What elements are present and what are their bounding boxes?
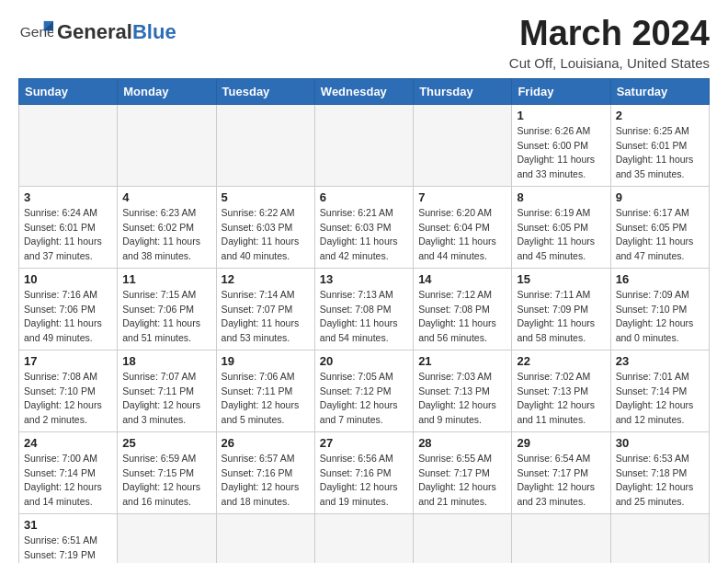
day-number: 8 (517, 190, 605, 204)
day-cell: 9Sunrise: 6:17 AM Sunset: 6:05 PM Daylig… (610, 186, 709, 268)
day-info: Sunrise: 6:51 AM Sunset: 7:19 PM Dayligh… (24, 534, 112, 563)
weekday-header-row: SundayMondayTuesdayWednesdayThursdayFrid… (19, 78, 710, 104)
day-cell (314, 104, 413, 186)
logo-icon: General (18, 15, 53, 50)
day-number: 18 (122, 354, 210, 368)
day-cell: 12Sunrise: 7:14 AM Sunset: 7:07 PM Dayli… (216, 268, 314, 350)
day-cell: 19Sunrise: 7:06 AM Sunset: 7:11 PM Dayli… (216, 350, 314, 431)
day-cell: 13Sunrise: 7:13 AM Sunset: 7:08 PM Dayli… (314, 268, 413, 350)
day-info: Sunrise: 7:03 AM Sunset: 7:13 PM Dayligh… (418, 370, 506, 428)
day-info: Sunrise: 7:16 AM Sunset: 7:06 PM Dayligh… (24, 288, 112, 346)
day-info: Sunrise: 7:09 AM Sunset: 7:10 PM Dayligh… (616, 288, 704, 346)
day-cell: 25Sunrise: 6:59 AM Sunset: 7:15 PM Dayli… (118, 431, 216, 513)
weekday-tuesday: Tuesday (216, 78, 314, 104)
day-cell: 27Sunrise: 6:56 AM Sunset: 7:16 PM Dayli… (314, 431, 413, 513)
day-cell (512, 513, 610, 563)
day-info: Sunrise: 6:20 AM Sunset: 6:04 PM Dayligh… (418, 206, 506, 264)
day-info: Sunrise: 6:26 AM Sunset: 6:00 PM Dayligh… (517, 124, 605, 182)
day-cell: 30Sunrise: 6:53 AM Sunset: 7:18 PM Dayli… (610, 431, 709, 513)
weekday-saturday: Saturday (610, 78, 709, 104)
day-number: 21 (418, 354, 506, 368)
day-info: Sunrise: 7:08 AM Sunset: 7:10 PM Dayligh… (24, 370, 112, 428)
day-info: Sunrise: 6:17 AM Sunset: 6:05 PM Dayligh… (616, 206, 704, 264)
day-cell: 10Sunrise: 7:16 AM Sunset: 7:06 PM Dayli… (19, 268, 118, 350)
day-number: 29 (517, 436, 605, 450)
logo-general: General (57, 20, 132, 43)
day-cell: 18Sunrise: 7:07 AM Sunset: 7:11 PM Dayli… (118, 350, 216, 431)
day-cell: 3Sunrise: 6:24 AM Sunset: 6:01 PM Daylig… (19, 186, 118, 268)
day-number: 23 (616, 354, 704, 368)
weekday-thursday: Thursday (414, 78, 512, 104)
day-cell (19, 104, 118, 186)
day-cell: 6Sunrise: 6:21 AM Sunset: 6:03 PM Daylig… (314, 186, 413, 268)
day-number: 31 (24, 518, 112, 532)
day-number: 5 (222, 190, 310, 204)
month-title: March 2024 (509, 15, 710, 53)
day-number: 17 (24, 354, 112, 368)
day-cell: 7Sunrise: 6:20 AM Sunset: 6:04 PM Daylig… (414, 186, 512, 268)
day-cell (118, 513, 216, 563)
day-number: 3 (24, 190, 112, 204)
day-number: 11 (122, 272, 210, 286)
day-number: 28 (418, 436, 506, 450)
logo-blue: Blue (132, 20, 176, 43)
day-cell (414, 513, 512, 563)
day-cell: 22Sunrise: 7:02 AM Sunset: 7:13 PM Dayli… (512, 350, 610, 431)
day-info: Sunrise: 7:15 AM Sunset: 7:06 PM Dayligh… (122, 288, 210, 346)
weekday-sunday: Sunday (19, 78, 118, 104)
day-info: Sunrise: 7:13 AM Sunset: 7:08 PM Dayligh… (320, 288, 408, 346)
day-cell (314, 513, 413, 563)
day-cell: 2Sunrise: 6:25 AM Sunset: 6:01 PM Daylig… (610, 104, 709, 186)
day-number: 24 (24, 436, 112, 450)
week-row-0: 1Sunrise: 6:26 AM Sunset: 6:00 PM Daylig… (19, 104, 710, 186)
day-number: 19 (222, 354, 310, 368)
logo: General GeneralBlue (18, 15, 176, 50)
weekday-friday: Friday (512, 78, 610, 104)
day-cell: 29Sunrise: 6:54 AM Sunset: 7:17 PM Dayli… (512, 431, 610, 513)
day-info: Sunrise: 7:07 AM Sunset: 7:11 PM Dayligh… (122, 370, 210, 428)
day-number: 6 (320, 190, 408, 204)
day-info: Sunrise: 7:14 AM Sunset: 7:07 PM Dayligh… (222, 288, 310, 346)
header: General GeneralBlue March 2024 Cut Off, … (18, 15, 710, 71)
title-block: March 2024 Cut Off, Louisiana, United St… (509, 15, 710, 71)
day-cell (216, 104, 314, 186)
day-info: Sunrise: 6:22 AM Sunset: 6:03 PM Dayligh… (222, 206, 310, 264)
day-cell: 26Sunrise: 6:57 AM Sunset: 7:16 PM Dayli… (216, 431, 314, 513)
day-info: Sunrise: 6:19 AM Sunset: 6:05 PM Dayligh… (517, 206, 605, 264)
day-number: 10 (24, 272, 112, 286)
day-number: 25 (122, 436, 210, 450)
day-cell: 5Sunrise: 6:22 AM Sunset: 6:03 PM Daylig… (216, 186, 314, 268)
day-info: Sunrise: 6:25 AM Sunset: 6:01 PM Dayligh… (616, 124, 704, 182)
week-row-4: 24Sunrise: 7:00 AM Sunset: 7:14 PM Dayli… (19, 431, 710, 513)
week-row-1: 3Sunrise: 6:24 AM Sunset: 6:01 PM Daylig… (19, 186, 710, 268)
day-number: 7 (418, 190, 506, 204)
day-cell: 28Sunrise: 6:55 AM Sunset: 7:17 PM Dayli… (414, 431, 512, 513)
day-info: Sunrise: 6:24 AM Sunset: 6:01 PM Dayligh… (24, 206, 112, 264)
day-info: Sunrise: 6:59 AM Sunset: 7:15 PM Dayligh… (122, 452, 210, 510)
day-cell: 8Sunrise: 6:19 AM Sunset: 6:05 PM Daylig… (512, 186, 610, 268)
week-row-5: 31Sunrise: 6:51 AM Sunset: 7:19 PM Dayli… (19, 513, 710, 563)
day-number: 13 (320, 272, 408, 286)
day-number: 22 (517, 354, 605, 368)
day-number: 2 (616, 109, 704, 122)
week-row-3: 17Sunrise: 7:08 AM Sunset: 7:10 PM Dayli… (19, 350, 710, 431)
day-cell: 31Sunrise: 6:51 AM Sunset: 7:19 PM Dayli… (19, 513, 118, 563)
day-number: 26 (222, 436, 310, 450)
day-number: 14 (418, 272, 506, 286)
day-cell: 20Sunrise: 7:05 AM Sunset: 7:12 PM Dayli… (314, 350, 413, 431)
day-cell: 1Sunrise: 6:26 AM Sunset: 6:00 PM Daylig… (512, 104, 610, 186)
day-info: Sunrise: 6:54 AM Sunset: 7:17 PM Dayligh… (517, 452, 605, 510)
day-cell: 23Sunrise: 7:01 AM Sunset: 7:14 PM Dayli… (610, 350, 709, 431)
day-number: 15 (517, 272, 605, 286)
day-info: Sunrise: 6:53 AM Sunset: 7:18 PM Dayligh… (616, 452, 704, 510)
day-cell (216, 513, 314, 563)
weekday-wednesday: Wednesday (314, 78, 413, 104)
calendar: SundayMondayTuesdayWednesdayThursdayFrid… (18, 78, 710, 563)
day-number: 30 (616, 436, 704, 450)
logo-text: GeneralBlue (57, 21, 176, 43)
day-info: Sunrise: 7:01 AM Sunset: 7:14 PM Dayligh… (616, 370, 704, 428)
day-number: 27 (320, 436, 408, 450)
day-cell: 24Sunrise: 7:00 AM Sunset: 7:14 PM Dayli… (19, 431, 118, 513)
day-number: 1 (517, 109, 605, 122)
weekday-monday: Monday (118, 78, 216, 104)
